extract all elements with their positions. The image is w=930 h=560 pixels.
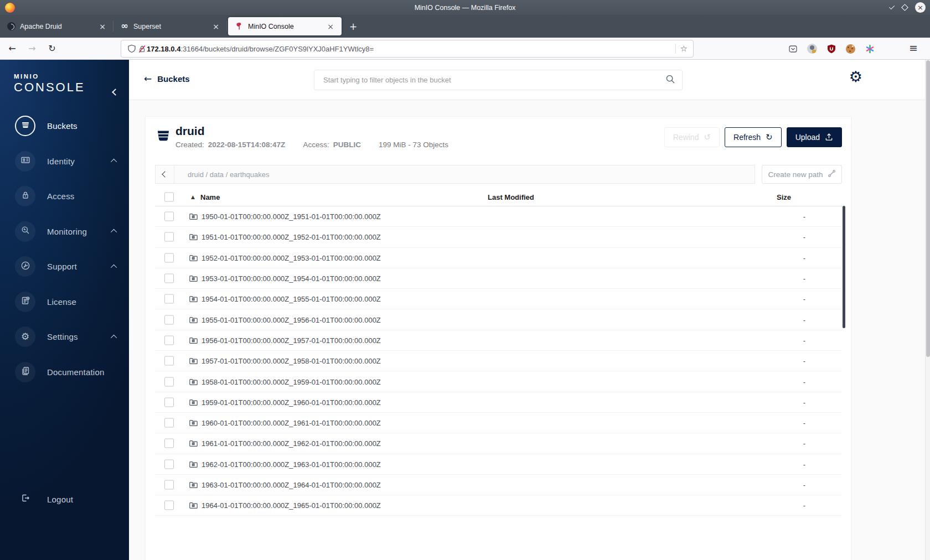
chevron-up-icon[interactable] xyxy=(111,229,117,235)
row-checkbox[interactable] xyxy=(164,377,174,386)
object-name[interactable]: 1953-01-01T00:00:00.000Z_1954-01-01T00:0… xyxy=(202,274,381,283)
folder-icon xyxy=(189,315,198,324)
column-header-last-modified[interactable]: Last Modified xyxy=(488,193,534,201)
tab-apache-druid[interactable]: Apache Druid × xyxy=(0,15,113,38)
object-name[interactable]: 1961-01-01T00:00:00.000Z_1962-01-01T00:0… xyxy=(202,439,381,448)
folder-icon xyxy=(189,336,198,345)
row-checkbox[interactable] xyxy=(164,253,174,262)
object-name[interactable]: 1956-01-01T00:00:00.000Z_1957-01-01T00:0… xyxy=(202,336,381,344)
row-checkbox[interactable] xyxy=(164,439,174,448)
url-bar[interactable]: 172.18.0.4:31664/buckets/druid/browse/ZG… xyxy=(121,40,694,58)
table-row[interactable]: 1955-01-01T00:00:00.000Z_1956-01-01T00:0… xyxy=(155,309,842,330)
bookmark-star-icon[interactable]: ☆ xyxy=(680,44,688,54)
ublock-shield-icon[interactable] xyxy=(826,44,836,54)
chevron-up-icon[interactable] xyxy=(111,265,117,271)
row-checkbox[interactable] xyxy=(164,315,174,324)
object-name[interactable]: 1950-01-01T00:00:00.000Z_1951-01-01T00:0… xyxy=(202,212,381,221)
page-scrollbar-thumb[interactable] xyxy=(926,60,930,357)
table-row[interactable]: 1953-01-01T00:00:00.000Z_1954-01-01T00:0… xyxy=(155,268,842,289)
row-checkbox[interactable] xyxy=(164,232,174,242)
tab-close-icon[interactable]: × xyxy=(97,21,108,32)
sidebar-item-license[interactable]: License xyxy=(0,284,129,320)
column-header-size[interactable]: Size xyxy=(777,193,791,201)
object-name[interactable]: 1954-01-01T00:00:00.000Z_1955-01-01T00:0… xyxy=(202,295,381,303)
row-checkbox[interactable] xyxy=(164,418,174,428)
back-to-buckets[interactable]: ← Buckets xyxy=(144,73,190,84)
table-row[interactable]: 1963-01-01T00:00:00.000Z_1964-01-01T00:0… xyxy=(155,475,842,495)
reload-button[interactable]: ↻ xyxy=(44,41,60,56)
sidebar-item-settings[interactable]: ⚙ Settings xyxy=(0,319,129,355)
upload-button[interactable]: Upload xyxy=(787,127,842,147)
path-back-button[interactable] xyxy=(156,165,174,183)
column-header-name[interactable]: Name xyxy=(200,193,220,201)
tab-superset[interactable]: ∞ Superset × xyxy=(113,15,227,38)
table-row[interactable]: 1950-01-01T00:00:00.000Z_1951-01-01T00:0… xyxy=(155,206,842,227)
sidebar-item-monitoring[interactable]: Monitoring xyxy=(0,214,129,250)
object-name[interactable]: 1958-01-01T00:00:00.000Z_1959-01-01T00:0… xyxy=(202,377,381,386)
row-checkbox[interactable] xyxy=(164,501,174,510)
forward-button[interactable]: → xyxy=(24,41,40,56)
refresh-button[interactable]: Refresh ↻ xyxy=(725,127,782,147)
sidebar-item-documentation[interactable]: Documentation xyxy=(0,355,129,390)
object-name[interactable]: 1960-01-01T00:00:00.000Z_1961-01-01T00:0… xyxy=(202,419,381,427)
table-scrollbar-thumb[interactable] xyxy=(843,206,845,328)
new-tab-button[interactable]: + xyxy=(346,19,360,34)
object-name[interactable]: 1952-01-01T00:00:00.000Z_1953-01-01T00:0… xyxy=(202,253,381,262)
tab-close-icon[interactable]: × xyxy=(325,21,336,32)
tab-minio-console[interactable]: MinIO Console × xyxy=(228,17,342,35)
object-name[interactable]: 1955-01-01T00:00:00.000Z_1956-01-01T00:0… xyxy=(202,315,381,324)
row-checkbox[interactable] xyxy=(164,480,174,490)
sidebar-item-identity[interactable]: Identity xyxy=(0,144,129,179)
table-row[interactable]: 1957-01-01T00:00:00.000Z_1958-01-01T00:0… xyxy=(155,351,842,371)
object-name[interactable]: 1957-01-01T00:00:00.000Z_1958-01-01T00:0… xyxy=(202,357,381,365)
select-all-checkbox[interactable] xyxy=(164,193,174,202)
sidebar-item-support[interactable]: Support xyxy=(0,249,129,284)
row-checkbox[interactable] xyxy=(164,274,174,283)
table-row[interactable]: 1962-01-01T00:00:00.000Z_1963-01-01T00:0… xyxy=(155,454,842,475)
table-row[interactable]: 1956-01-01T00:00:00.000Z_1957-01-01T00:0… xyxy=(155,330,842,351)
page-scrollbar[interactable] xyxy=(925,60,930,560)
row-checkbox[interactable] xyxy=(164,335,174,345)
table-row[interactable]: 1954-01-01T00:00:00.000Z_1955-01-01T00:0… xyxy=(155,289,842,309)
window-close-icon[interactable]: × xyxy=(915,2,926,13)
object-name[interactable]: 1963-01-01T00:00:00.000Z_1964-01-01T00:0… xyxy=(202,481,381,489)
back-button[interactable]: ← xyxy=(4,41,20,56)
window-minimize-icon[interactable] xyxy=(889,4,895,9)
object-name[interactable]: 1964-01-01T00:00:00.000Z_1965-01-01T00:0… xyxy=(202,501,381,510)
settings-gear-icon[interactable]: ⚙ xyxy=(849,69,862,84)
tab-close-icon[interactable]: × xyxy=(210,21,221,32)
row-checkbox[interactable] xyxy=(164,212,174,221)
object-name[interactable]: 1962-01-01T00:00:00.000Z_1963-01-01T00:0… xyxy=(202,460,381,468)
create-new-path-button[interactable]: Create new path xyxy=(762,165,842,184)
account-icon[interactable] xyxy=(807,44,817,54)
table-row[interactable]: 1964-01-01T00:00:00.000Z_1965-01-01T00:0… xyxy=(155,495,842,516)
sidebar-item-buckets[interactable]: Buckets xyxy=(0,108,129,144)
chevron-up-icon[interactable] xyxy=(111,159,117,165)
table-row[interactable]: 1961-01-01T00:00:00.000Z_1962-01-01T00:0… xyxy=(155,433,842,454)
sidebar-item-logout[interactable]: Logout xyxy=(0,482,129,517)
menu-hamburger-icon[interactable]: ≡ xyxy=(909,42,918,54)
row-checkbox[interactable] xyxy=(164,397,174,407)
table-row[interactable]: 1958-01-01T00:00:00.000Z_1959-01-01T00:0… xyxy=(155,371,842,392)
table-row[interactable]: 1960-01-01T00:00:00.000Z_1961-01-01T00:0… xyxy=(155,413,842,433)
sidebar-item-access[interactable]: Access xyxy=(0,179,129,214)
object-name[interactable]: 1951-01-01T00:00:00.000Z_1952-01-01T00:0… xyxy=(202,233,381,241)
rewind-button[interactable]: Rewind ↺ xyxy=(664,127,720,147)
chevron-up-icon[interactable] xyxy=(111,335,117,341)
cookie-icon[interactable] xyxy=(846,44,855,54)
object-name[interactable]: 1959-01-01T00:00:00.000Z_1960-01-01T00:0… xyxy=(202,398,381,406)
row-checkbox[interactable] xyxy=(164,356,174,366)
window-maximize-icon[interactable] xyxy=(901,4,908,11)
url-text[interactable]: 172.18.0.4:31664/buckets/druid/browse/ZG… xyxy=(147,45,671,53)
table-row[interactable]: 1952-01-01T00:00:00.000Z_1953-01-01T00:0… xyxy=(155,248,842,268)
table-row[interactable]: 1959-01-01T00:00:00.000Z_1960-01-01T00:0… xyxy=(155,392,842,413)
table-row[interactable]: 1951-01-01T00:00:00.000Z_1952-01-01T00:0… xyxy=(155,227,842,247)
breadcrumb[interactable]: druid / data / earthquakes xyxy=(188,170,269,179)
object-filter-input[interactable] xyxy=(323,76,665,84)
insecure-lock-icon[interactable] xyxy=(137,44,147,54)
row-checkbox[interactable] xyxy=(164,459,174,469)
tracking-shield-icon[interactable] xyxy=(127,44,137,54)
row-checkbox[interactable] xyxy=(164,294,174,304)
pocket-icon[interactable] xyxy=(788,44,798,54)
colorful-asterisk-icon[interactable] xyxy=(865,44,875,54)
